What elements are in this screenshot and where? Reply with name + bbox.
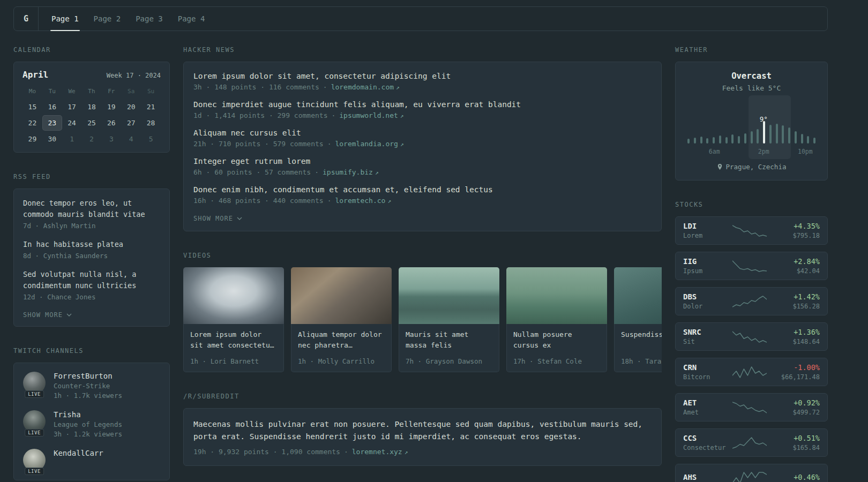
rss-show-more-button[interactable]: SHOW MORE bbox=[23, 311, 72, 319]
rss-item[interactable]: Sed volutpat nulla nisl, a condimentum n… bbox=[23, 269, 160, 301]
hn-item[interactable]: Aliquam nec cursus elit 21h · 710 points… bbox=[193, 129, 652, 148]
video-thumbnail[interactable] bbox=[291, 267, 392, 324]
video-body: Aliquam tempor dolor nec pharetra… 1h · … bbox=[291, 324, 392, 372]
stock-values: +0.92% $499.72 bbox=[772, 398, 820, 416]
tab-page-4[interactable]: Page 4 bbox=[177, 7, 206, 31]
video-thumbnail[interactable] bbox=[399, 267, 499, 324]
calendar-day[interactable]: 1 bbox=[62, 131, 82, 147]
hn-item[interactable]: Integer eget rutrum lorem 6h · 60 points… bbox=[193, 157, 652, 176]
calendar-day[interactable]: 16 bbox=[42, 99, 62, 115]
channel-name[interactable]: KendallCarr bbox=[54, 449, 103, 457]
calendar-day[interactable]: 30 bbox=[42, 131, 62, 147]
video-title[interactable]: Mauris sit amet massa felis bbox=[406, 329, 492, 352]
rss-item[interactable]: Donec tempor eros leo, ut commodo mauris… bbox=[23, 198, 160, 230]
video-card[interactable]: Lorem ipsum dolor sit amet consectetu… 1… bbox=[183, 267, 284, 372]
stock-ticker[interactable]: LDI bbox=[683, 222, 727, 230]
calendar-day[interactable]: 4 bbox=[121, 131, 141, 147]
hn-item-title[interactable]: Lorem ipsum dolor sit amet, consectetur … bbox=[193, 72, 652, 80]
video-card[interactable]: Mauris sit amet massa felis 7h · Grayson… bbox=[399, 267, 499, 372]
video-thumbnail[interactable] bbox=[183, 267, 284, 324]
calendar-day[interactable]: 15 bbox=[23, 99, 42, 115]
stock-ticker[interactable]: CRN bbox=[683, 363, 727, 372]
twitch-channel[interactable]: LIVE ForrestBurton Counter-Strike 1h · 1… bbox=[23, 372, 160, 400]
calendar-day[interactable]: 23 bbox=[42, 115, 62, 131]
video-thumbnail[interactable] bbox=[614, 267, 662, 324]
calendar-day[interactable]: 27 bbox=[121, 115, 141, 131]
stock-row[interactable]: AET Amet +0.92% $499.72 bbox=[675, 393, 828, 421]
video-thumbnail[interactable] bbox=[506, 267, 607, 324]
hn-item-meta: 21h · 710 points · 579 comments · loreml… bbox=[193, 140, 652, 148]
channel-name[interactable]: Trisha bbox=[54, 410, 122, 419]
hn-item[interactable]: Lorem ipsum dolor sit amet, consectetur … bbox=[193, 72, 652, 91]
stock-ticker[interactable]: SNRC bbox=[683, 328, 727, 336]
tab-page-1[interactable]: Page 1 bbox=[50, 7, 80, 31]
app-logo[interactable]: G bbox=[14, 7, 39, 31]
hn-show-more-button[interactable]: SHOW MORE bbox=[193, 215, 242, 222]
rss-item[interactable]: In hac habitasse platea 8d · Cynthia Sau… bbox=[23, 239, 160, 260]
tab-page-3[interactable]: Page 3 bbox=[134, 7, 164, 31]
calendar-day[interactable]: 5 bbox=[141, 131, 161, 147]
channel-name[interactable]: ForrestBurton bbox=[54, 372, 122, 380]
calendar-day[interactable]: 28 bbox=[141, 115, 161, 131]
subreddit-post-text[interactable]: Maecenas mollis pulvinar erat non posuer… bbox=[193, 418, 652, 443]
stock-row[interactable]: CCS Consectetur +0.51% $165.84 bbox=[675, 428, 828, 457]
hn-item-title[interactable]: Integer eget rutrum lorem bbox=[193, 157, 652, 165]
hn-domain-link[interactable]: loremlandia.org↗ bbox=[335, 140, 403, 148]
stock-ticker[interactable]: AET bbox=[683, 398, 727, 407]
twitch-channel[interactable]: LIVE Trisha League of Legends 3h · 1.2k … bbox=[23, 410, 160, 438]
subreddit-domain-link[interactable]: loremnet.xyz↗ bbox=[352, 448, 408, 456]
video-body: Suspendisse diam 18h · Tara bbox=[614, 324, 662, 372]
rss-show-more-label: SHOW MORE bbox=[23, 311, 63, 319]
tab-page-2[interactable]: Page 2 bbox=[93, 7, 122, 31]
stock-row[interactable]: IIG Ipsum +2.84% $42.04 bbox=[675, 252, 828, 280]
rss-item-title[interactable]: Donec tempor eros leo, ut commodo mauris… bbox=[23, 198, 160, 220]
calendar-day[interactable]: 20 bbox=[121, 99, 141, 115]
calendar-day[interactable]: 19 bbox=[101, 99, 121, 115]
calendar-day[interactable]: 24 bbox=[62, 115, 82, 131]
calendar-day[interactable]: 22 bbox=[23, 115, 42, 131]
weather-location[interactable]: Prague, Czechia bbox=[717, 163, 787, 171]
stock-spark-wrap bbox=[727, 471, 772, 482]
stock-row[interactable]: SNRC Sit +1.36% $148.64 bbox=[675, 322, 828, 351]
twitch-channel[interactable]: LIVE KendallCarr bbox=[23, 449, 160, 471]
hn-item-title[interactable]: Donec imperdiet augue tincidunt felis al… bbox=[193, 100, 652, 109]
video-title[interactable]: Nullam posuere cursus ex bbox=[513, 329, 600, 352]
stock-ticker[interactable]: DBS bbox=[683, 292, 727, 301]
weather-bar bbox=[788, 127, 790, 144]
stock-row[interactable]: DBS Dolor +1.42% $156.28 bbox=[675, 287, 828, 315]
video-card[interactable]: Nullam posuere cursus ex 17h · Stefan Co… bbox=[506, 267, 607, 372]
video-title[interactable]: Aliquam tempor dolor nec pharetra… bbox=[298, 329, 385, 352]
calendar-day[interactable]: 21 bbox=[141, 99, 161, 115]
stock-ticker[interactable]: AHS bbox=[683, 473, 727, 481]
calendar-day[interactable]: 26 bbox=[101, 115, 121, 131]
calendar-day[interactable]: 2 bbox=[82, 131, 102, 147]
rss-item-title[interactable]: Sed volutpat nulla nisl, a condimentum n… bbox=[23, 269, 160, 291]
hn-domain-link[interactable]: ipsumworld.net↗ bbox=[339, 111, 403, 119]
stock-row[interactable]: AHS +0.46% bbox=[675, 464, 828, 482]
weather-time-label: 2pm bbox=[758, 148, 769, 155]
video-title[interactable]: Suspendisse diam bbox=[621, 329, 662, 352]
hn-item[interactable]: Donec enim nibh, condimentum et accumsan… bbox=[193, 185, 652, 205]
stock-ticker[interactable]: CCS bbox=[683, 434, 727, 442]
hn-item-title[interactable]: Aliquam nec cursus elit bbox=[193, 129, 652, 137]
stock-row[interactable]: CRN Bitcorn -1.00% $66,171.48 bbox=[675, 358, 828, 386]
hn-item-title[interactable]: Donec enim nibh, condimentum et accumsan… bbox=[193, 185, 652, 194]
calendar-day[interactable]: 3 bbox=[101, 131, 121, 147]
calendar-day[interactable]: 18 bbox=[82, 99, 102, 115]
calendar-day[interactable]: 25 bbox=[82, 115, 102, 131]
hn-domain-link[interactable]: loremtech.co↗ bbox=[335, 197, 391, 205]
video-card[interactable]: Aliquam tempor dolor nec pharetra… 1h · … bbox=[291, 267, 392, 372]
hn-domain-link[interactable]: loremdomain.com↗ bbox=[331, 83, 400, 91]
hn-domain-link[interactable]: ipsumify.biz↗ bbox=[323, 168, 379, 176]
weather-bar bbox=[757, 129, 759, 144]
stock-price: $42.04 bbox=[772, 267, 820, 275]
hn-item[interactable]: Donec imperdiet augue tincidunt felis al… bbox=[193, 100, 652, 119]
video-card[interactable]: Suspendisse diam 18h · Tara bbox=[614, 267, 662, 372]
video-title[interactable]: Lorem ipsum dolor sit amet consectetu… bbox=[190, 329, 277, 352]
calendar-day[interactable]: 17 bbox=[62, 99, 82, 115]
stock-row[interactable]: LDI Lorem +4.35% $795.18 bbox=[675, 216, 828, 245]
calendar-day[interactable]: 29 bbox=[23, 131, 42, 147]
stock-ticker[interactable]: IIG bbox=[683, 257, 727, 266]
hackernews-card: Lorem ipsum dolor sit amet, consectetur … bbox=[183, 62, 662, 231]
rss-item-title[interactable]: In hac habitasse platea bbox=[23, 239, 160, 250]
